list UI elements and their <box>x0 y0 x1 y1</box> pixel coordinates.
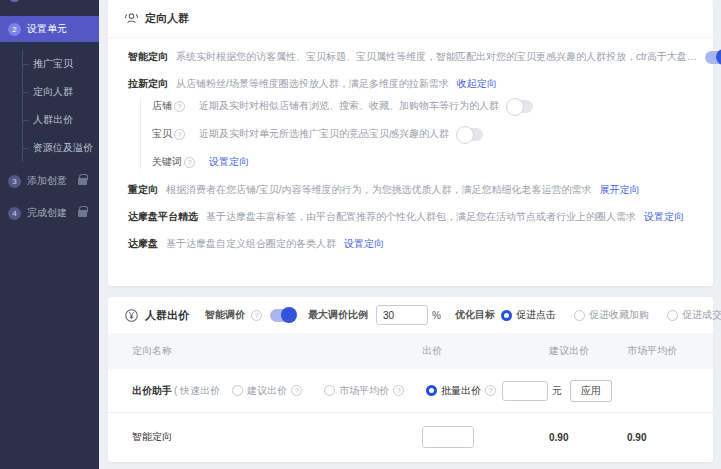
step-number-badge: 2 <box>8 23 21 36</box>
batch-bid-input[interactable] <box>502 381 548 401</box>
step-label: 设置计划 <box>27 0 67 2</box>
shop-toggle[interactable] <box>507 100 533 113</box>
help-icon[interactable] <box>251 310 262 321</box>
step-number-badge: 4 <box>8 207 21 220</box>
col-market-header: 市场平均价 <box>619 344 697 358</box>
keyword-setup-link[interactable]: 设置定向 <box>209 155 249 169</box>
subitem-label: 人群出价 <box>33 113 73 127</box>
unit-subnav: 推广宝贝 定向人群 人群出价 资源位及溢价 <box>22 50 99 162</box>
dmp-featured-label: 达摩盘平台精选 <box>128 210 198 224</box>
assistant-option-batch[interactable]: 批量出价 <box>426 384 496 398</box>
expand-targeting-link[interactable]: 展开定向 <box>600 183 640 197</box>
dmp-featured-row: 达摩盘平台精选 基于达摩盘丰富标签，由平台配置推荐的个性化人群包，满足您在活动节… <box>128 210 699 224</box>
panel-title: 定向人群 <box>145 11 189 26</box>
retarget-row: 重定向 根据消费者在您店铺/宝贝/内容等维度的行为，为您挑选优质人群，满足您精细… <box>128 183 699 197</box>
bid-assistant-prefix: ( 快速出价 <box>174 384 220 398</box>
shop-desc: 近期及实时对相似店铺有浏览、搜索、收藏、加购物车等行为的人群 <box>199 99 499 113</box>
help-icon[interactable] <box>174 129 185 140</box>
step-label: 设置单元 <box>27 22 67 36</box>
row-bid-input[interactable] <box>422 426 474 448</box>
item-toggle[interactable] <box>457 128 483 141</box>
goal-deal-label: 促进成交 <box>682 308 721 322</box>
dmp-featured-setup-link[interactable]: 设置定向 <box>644 210 684 224</box>
bidding-panel: 人群出价 智能调价 最大调价比例 % 优化目标 促进点击 促进收藏加购 促进成交… <box>108 297 713 462</box>
goal-option-click[interactable]: 促进点击 <box>501 308 560 322</box>
col-bid-header: 出价 <box>422 344 537 358</box>
yuan-unit: 元 <box>552 384 562 398</box>
step-label: 添加创意 <box>27 174 67 188</box>
bid-assistant-row: 出价助手 ( 快速出价 建议出价 市场平均价 批量出价 元 应用 <box>108 369 713 413</box>
audience-icon <box>124 11 139 26</box>
lock-icon <box>78 178 87 185</box>
retarget-label: 重定向 <box>128 183 158 197</box>
col-suggest-header: 建议出价 <box>537 344 619 358</box>
subitem-label: 资源位及溢价 <box>33 141 93 155</box>
help-icon[interactable] <box>485 385 496 396</box>
goal-option-collect[interactable]: 促进收藏加购 <box>574 308 653 322</box>
assistant-option-market[interactable]: 市场平均价 <box>324 384 412 398</box>
bid-coin-icon <box>124 308 139 323</box>
smart-targeting-row: 智能定向 系统实时根据您的访客属性、宝贝标题、宝贝属性等维度，智能匹配出对您的宝… <box>128 50 699 64</box>
item-row: 宝贝 近期及实时对单元所选推广宝贝的竞品宝贝感兴趣的人群 <box>152 127 699 141</box>
radio-checked-icon[interactable] <box>501 310 512 321</box>
step-number-badge: 3 <box>8 175 21 188</box>
sidebar-step-plan[interactable]: 1 设置计划 <box>0 0 99 8</box>
dmp-setup-link[interactable]: 设置定向 <box>344 237 384 251</box>
assistant-option-suggest[interactable]: 建议出价 <box>232 384 310 398</box>
percent-sign: % <box>432 310 441 321</box>
sidebar-item-promote-item[interactable]: 推广宝贝 <box>23 50 99 78</box>
bid-table-row: 智能定向 0.90 0.90 <box>108 413 713 461</box>
targeting-panel-header: 定向人群 <box>108 0 713 38</box>
dmp-row: 达摩盘 基于达摩盘自定义组合圈定的各类人群 设置定向 <box>128 237 699 251</box>
help-icon[interactable] <box>174 101 185 112</box>
smart-adjust-label: 智能调价 <box>205 308 245 322</box>
radio-icon[interactable] <box>574 310 585 321</box>
sidebar-step-unit[interactable]: 2 设置单元 <box>0 16 99 42</box>
wizard-sidebar: 1 设置计划 2 设置单元 推广宝贝 定向人群 人群出价 资源位及溢价 3 添加… <box>0 0 99 469</box>
panel-title: 人群出价 <box>145 308 189 323</box>
help-icon[interactable] <box>184 157 195 168</box>
radio-icon[interactable] <box>667 310 678 321</box>
sidebar-item-targeting[interactable]: 定向人群 <box>23 78 99 106</box>
help-icon[interactable] <box>393 385 404 396</box>
smart-targeting-desc: 系统实时根据您的访客属性、宝贝标题、宝贝属性等维度，智能匹配出对您的宝贝更感兴趣… <box>176 50 697 64</box>
pull-new-desc: 从店铺粉丝/场景等维度圈选投放人群，满足多维度的拉新需求 <box>176 77 449 91</box>
bid-assistant-label: 出价助手 <box>132 384 172 398</box>
targeting-panel: 定向人群 智能定向 系统实时根据您的访客属性、宝贝标题、宝贝属性等维度，智能匹配… <box>108 0 713 286</box>
collapse-targeting-link[interactable]: 收起定向 <box>457 77 497 91</box>
subitem-label: 定向人群 <box>33 85 73 99</box>
retarget-desc: 根据消费者在您店铺/宝贝/内容等维度的行为，为您挑选优质人群，满足您精细化老客运… <box>166 183 592 197</box>
pull-new-row: 拉新定向 从店铺粉丝/场景等维度圈选投放人群，满足多维度的拉新需求 收起定向 <box>128 77 699 91</box>
keyword-label: 关键词 <box>152 155 182 169</box>
step-label: 完成创建 <box>27 206 67 220</box>
radio-icon[interactable] <box>232 385 243 396</box>
max-ratio-input[interactable] <box>376 305 428 325</box>
radio-icon[interactable] <box>324 385 335 396</box>
radio-checked-icon[interactable] <box>426 385 437 396</box>
sidebar-item-placement-premium[interactable]: 资源位及溢价 <box>23 134 99 162</box>
lock-icon <box>78 210 87 217</box>
smart-adjust-toggle[interactable] <box>270 309 296 322</box>
sidebar-item-audience-bid[interactable]: 人群出价 <box>23 106 99 134</box>
pull-new-label: 拉新定向 <box>128 77 168 91</box>
goal-option-deal[interactable]: 促进成交 <box>667 308 721 322</box>
assistant-suggest-label: 建议出价 <box>247 384 287 398</box>
sidebar-step-creative[interactable]: 3 添加创意 <box>0 168 99 194</box>
max-ratio-label: 最大调价比例 <box>308 308 368 322</box>
sidebar-step-finish[interactable]: 4 完成创建 <box>0 200 99 226</box>
dmp-desc: 基于达摩盘自定义组合圈定的各类人群 <box>166 237 336 251</box>
step-number-badge: 1 <box>8 0 21 2</box>
apply-button[interactable]: 应用 <box>570 380 612 402</box>
keyword-row: 关键词 设置定向 <box>152 155 699 169</box>
smart-targeting-toggle[interactable] <box>705 51 721 64</box>
item-label: 宝贝 <box>152 127 172 141</box>
row-market-value: 0.90 <box>619 432 697 443</box>
help-icon[interactable] <box>291 385 302 396</box>
smart-targeting-label: 智能定向 <box>128 50 168 64</box>
bidding-panel-header: 人群出价 智能调价 最大调价比例 % 优化目标 促进点击 促进收藏加购 促进成交 <box>108 297 713 333</box>
col-name-header: 定向名称 <box>124 344 422 358</box>
assistant-market-label: 市场平均价 <box>339 384 389 398</box>
assistant-batch-label: 批量出价 <box>441 384 481 398</box>
shop-label: 店铺 <box>152 99 172 113</box>
item-desc: 近期及实时对单元所选推广宝贝的竞品宝贝感兴趣的人群 <box>199 127 449 141</box>
